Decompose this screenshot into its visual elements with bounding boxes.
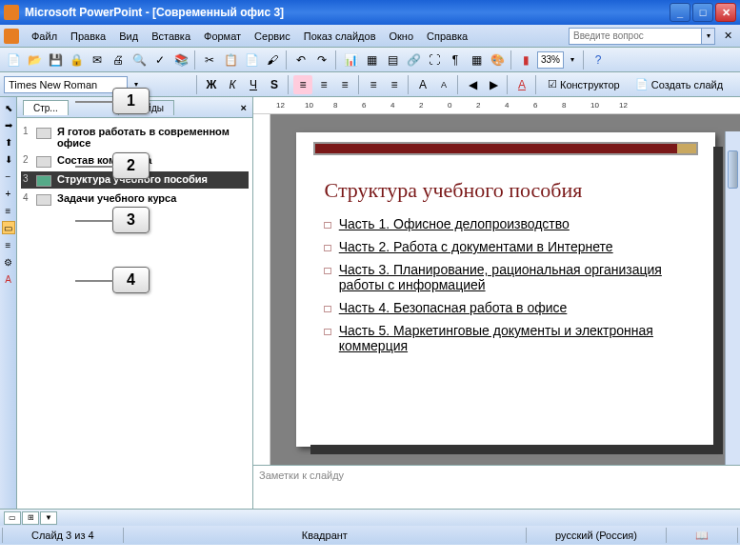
promote-icon[interactable]: ⬉ (2, 101, 15, 114)
doc-close-button[interactable]: ✕ (719, 28, 736, 45)
align-right-icon[interactable]: ≡ (335, 75, 354, 94)
maximize-button[interactable]: □ (692, 3, 713, 22)
increase-indent-icon[interactable]: ▶ (484, 75, 503, 94)
paste-icon[interactable]: 📄 (242, 50, 261, 70)
hyperlink-icon[interactable]: 🔗 (404, 50, 423, 70)
more-icon[interactable]: A (2, 272, 15, 286)
cut-icon[interactable]: ✂ (200, 50, 219, 70)
save-icon[interactable]: 💾 (46, 50, 65, 70)
menu-help[interactable]: Справка (420, 29, 474, 44)
tab-outline[interactable]: Стр... (23, 100, 69, 115)
move-up-icon[interactable]: ⬆ (2, 135, 15, 149)
status-spell-icon[interactable]: 📖 (667, 528, 738, 543)
status-slide: Слайд 3 из 4 (2, 528, 124, 543)
window-title: Microsoft PowerPoint - [Современный офис… (25, 6, 670, 19)
close-button[interactable]: ✕ (715, 3, 736, 22)
sorter-view-button[interactable]: ⊞ (22, 511, 39, 525)
zoom-select[interactable]: 33% (537, 51, 564, 69)
toolbar-opt-icon[interactable]: ⚙ (2, 255, 15, 269)
outline-pane: Стр... Слайды × 1 Я готов работать в сов… (17, 97, 253, 509)
show-formatting-icon[interactable]: ¶ (446, 50, 465, 70)
chart-icon[interactable]: 📊 (341, 50, 360, 70)
zoom-dropdown[interactable]: ▾ (566, 55, 579, 64)
view-bar: ▭ ⊞ ▼ (0, 509, 740, 526)
help-icon[interactable]: ? (589, 50, 608, 70)
open-icon[interactable]: 📂 (25, 50, 44, 70)
slideshow-button[interactable]: ▼ (40, 511, 57, 525)
summary-icon[interactable]: ▭ (2, 221, 15, 234)
menu-format[interactable]: Формат (197, 29, 248, 44)
new-slide-button[interactable]: 📄Создать слайд (629, 75, 730, 94)
decrease-indent-icon[interactable]: ◀ (463, 75, 482, 94)
menu-file[interactable]: Файл (25, 29, 64, 44)
redo-icon[interactable]: ↷ (312, 50, 331, 70)
preview-icon[interactable]: 🔍 (130, 50, 149, 70)
status-template: Квадрант (124, 528, 527, 543)
notes-pane[interactable]: Заметки к слайду (253, 465, 740, 509)
mail-icon[interactable]: ✉ (88, 50, 107, 70)
doc-icon (4, 29, 19, 44)
color-icon[interactable]: 🎨 (488, 50, 507, 70)
close-pane-button[interactable]: × (241, 102, 247, 113)
collapse-all-icon[interactable]: ≡ (2, 204, 15, 217)
demote-icon[interactable]: ➡ (2, 118, 15, 131)
align-left-icon[interactable]: ≡ (293, 75, 312, 94)
slide-bullets[interactable]: Часть 1. Офисное делопроизводство Часть … (325, 216, 687, 353)
vertical-ruler (253, 114, 270, 465)
vertical-scrollbar[interactable] (725, 131, 740, 465)
outline-item[interactable]: 4 Задачи учебного курса (21, 190, 249, 208)
font-select[interactable]: Times New Roman (4, 76, 128, 93)
italic-icon[interactable]: К (223, 75, 242, 94)
normal-view-button[interactable]: ▭ (4, 511, 21, 525)
ask-question-input[interactable] (569, 28, 702, 45)
print-icon[interactable]: 🖨 (109, 50, 128, 70)
menu-insert[interactable]: Вставка (145, 29, 197, 44)
spell-icon[interactable]: ✓ (150, 50, 170, 70)
menu-window[interactable]: Окно (383, 29, 421, 44)
menu-view[interactable]: Вид (112, 29, 145, 44)
underline-icon[interactable]: Ч (244, 75, 263, 94)
menu-show[interactable]: Показ слайдов (297, 29, 383, 44)
slide-icon (36, 156, 51, 168)
bold-icon[interactable]: Ж (202, 75, 221, 94)
undo-icon[interactable]: ↶ (291, 50, 310, 70)
designer-button[interactable]: ☑Конструктор (541, 75, 627, 94)
slide-decoration (313, 142, 698, 155)
font-color-icon[interactable]: A (512, 75, 531, 94)
increase-font-icon[interactable]: A (413, 75, 432, 94)
flag-icon[interactable]: ▮ (516, 50, 535, 70)
bullet-list-icon[interactable]: ≡ (385, 75, 404, 94)
slide-title[interactable]: Структура учебного пособия (325, 178, 687, 203)
numbered-list-icon[interactable]: ≡ (364, 75, 383, 94)
menu-edit[interactable]: Правка (64, 29, 112, 44)
tables-icon[interactable]: ▤ (383, 50, 402, 70)
scroll-thumb[interactable] (728, 150, 738, 189)
app-icon (4, 5, 19, 20)
format-painter-icon[interactable]: 🖌 (263, 50, 282, 70)
collapse-icon[interactable]: − (2, 170, 15, 183)
slide-icon (36, 128, 51, 139)
show-format-icon[interactable]: ≡ (2, 238, 15, 251)
minimize-button[interactable]: _ (670, 3, 690, 22)
permission-icon[interactable]: 🔒 (67, 50, 86, 70)
research-icon[interactable]: 📚 (171, 50, 190, 70)
new-icon[interactable]: 📄 (4, 50, 23, 70)
decrease-font-icon[interactable]: A (434, 75, 453, 94)
outline-item[interactable]: 1 Я готов работать в современном офисе (21, 124, 249, 150)
table-icon[interactable]: ▦ (362, 50, 381, 70)
menu-service[interactable]: Сервис (248, 29, 297, 44)
expand-icon2[interactable]: + (2, 187, 15, 200)
format-toolbar: Times New Roman ▾ Ж К Ч S ≡ ≡ ≡ ≡ ≡ A A … (0, 72, 740, 97)
callout-1: 1 (112, 88, 150, 114)
copy-icon[interactable]: 📋 (221, 50, 240, 70)
outline-toolbar: ⬉ ➡ ⬆ ⬇ − + ≡ ▭ ≡ ⚙ A (0, 97, 17, 509)
ask-dropdown[interactable]: ▾ (702, 28, 715, 45)
shadow-icon[interactable]: S (265, 75, 284, 94)
slide-canvas[interactable]: Структура учебного пособия Часть 1. Офис… (296, 132, 715, 447)
move-down-icon[interactable]: ⬇ (2, 152, 15, 166)
align-center-icon[interactable]: ≡ (314, 75, 333, 94)
title-bar: Microsoft PowerPoint - [Современный офис… (0, 0, 740, 25)
slide-icon (36, 175, 51, 187)
grid-icon[interactable]: ▦ (467, 50, 486, 70)
expand-icon[interactable]: ⛶ (425, 50, 444, 70)
